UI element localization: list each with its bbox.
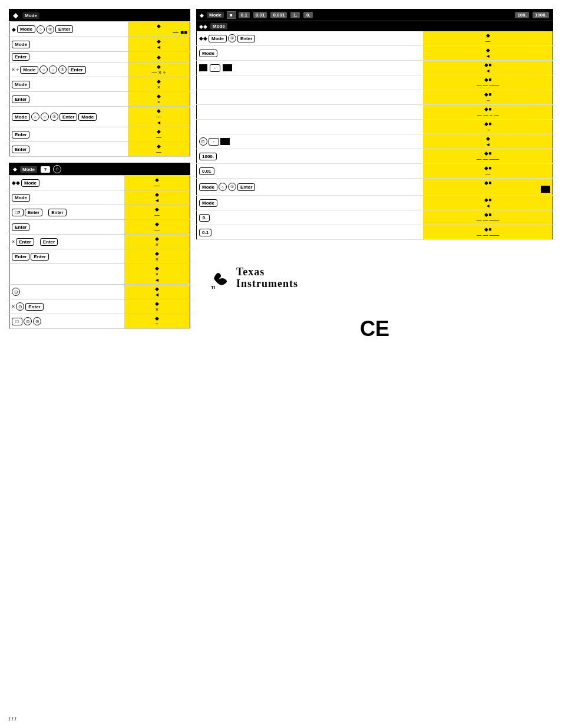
block-tab[interactable]: ■: [227, 11, 236, 19]
enter-btn[interactable]: Enter: [55, 25, 73, 33]
enter-btn[interactable]: Enter: [237, 183, 255, 191]
circle-btn[interactable]: ⊙: [16, 302, 24, 311]
result-cell: ◆■ ◄: [423, 61, 553, 75]
page: ◆ Mode ◆ Mode ○: [0, 0, 562, 728]
mode-btn[interactable]: Mode: [19, 166, 38, 173]
keys-sequence: ◆ Mode ○ ① Enter: [12, 25, 125, 34]
left-top-table: ◆ Mode ◆ Mode ○: [9, 9, 190, 157]
mode-btn[interactable]: Mode: [210, 22, 228, 30]
tab-001[interactable]: 0.01: [253, 11, 268, 19]
tab-1000[interactable]: 1000.: [532, 11, 550, 19]
enter-btn[interactable]: Enter: [12, 53, 29, 61]
right-header: ◆ Mode ■ 0.1 0.01 0.001 1. 0. 100. 1000: [196, 9, 553, 21]
enter-btn2[interactable]: Enter: [31, 253, 48, 261]
square-btn[interactable]: □: [12, 318, 22, 325]
circle-btn[interactable]: ○: [219, 183, 227, 191]
circle-btn2[interactable]: ⊙: [33, 317, 41, 325]
one-btn[interactable]: ①: [46, 25, 54, 34]
one-btn[interactable]: ①: [58, 65, 67, 74]
enter-btn[interactable]: Enter: [68, 66, 85, 74]
result-cell: ◆ — ◄: [128, 107, 190, 127]
enter-btn[interactable]: Enter: [59, 113, 77, 121]
question-btn[interactable]: ?: [40, 166, 51, 173]
result-cell: ◆ — × ÷: [128, 62, 190, 77]
dot-btn[interactable]: ·: [210, 64, 220, 72]
circle-btn2[interactable]: ○: [49, 65, 57, 74]
mode-btn[interactable]: Mode: [199, 199, 217, 207]
table-row: ⊙ · ■ ◆ ◄: [196, 134, 553, 149]
texas-text: Texas: [236, 266, 298, 278]
result-cell: ◆ ◄: [128, 37, 190, 52]
mode-btn[interactable]: Mode: [12, 194, 30, 202]
back-btn[interactable]: ⊙: [199, 137, 207, 146]
mode-btn[interactable]: Mode: [199, 183, 217, 191]
mode-btn[interactable]: Mode: [17, 25, 35, 33]
table-row: 0.01 ◆■ —: [196, 164, 553, 179]
dot-btn[interactable]: ·: [209, 138, 219, 146]
enter-btn[interactable]: Enter: [12, 146, 29, 153]
back-btn[interactable]: ⊙: [12, 288, 20, 296]
mode-btn[interactable]: Mode: [206, 11, 224, 19]
tab-1dot[interactable]: 1.: [290, 11, 300, 19]
mode-btn[interactable]: Mode: [12, 81, 30, 88]
right-sub-header: ◆◆ Mode: [196, 21, 553, 32]
enter-btn[interactable]: Enter: [12, 253, 29, 261]
enter-btn[interactable]: Enter: [237, 35, 255, 42]
tab-0dot-btn[interactable]: 0.: [199, 214, 210, 222]
enter-btn[interactable]: Enter: [12, 95, 29, 103]
tab-01[interactable]: 0.1: [238, 11, 250, 19]
result-cell: ◆ —: [124, 205, 190, 220]
tab-0001[interactable]: 0.001: [270, 11, 287, 19]
result-cell: ◆■ —: [423, 164, 553, 179]
circle-btn[interactable]: ○: [37, 25, 45, 34]
result-cell: ◆ ◄: [423, 46, 553, 61]
one-btn[interactable]: ①: [50, 113, 58, 121]
circle-btn[interactable]: ○: [39, 65, 48, 74]
enter-btn2[interactable]: Enter: [40, 238, 58, 246]
enter-btn[interactable]: Enter: [16, 238, 34, 246]
keys-sequence: □ ⊙ ⊙: [12, 317, 122, 325]
mode-btn[interactable]: Mode: [20, 66, 38, 74]
mode-btn[interactable]: Mode: [209, 35, 227, 42]
one-btn[interactable]: ①: [228, 34, 236, 42]
result-cell: ◆ ÷: [124, 314, 190, 329]
keys-sequence: ◆◆ Mode ① Enter: [199, 34, 421, 42]
circle-btn2[interactable]: ○: [41, 113, 49, 121]
enter-btn[interactable]: Enter: [25, 209, 42, 216]
left-column: ◆ Mode ◆ Mode ○: [9, 9, 190, 353]
tab-01-btn[interactable]: 0.1: [199, 229, 211, 236]
enter-btn[interactable]: Enter: [12, 131, 29, 139]
enter-btn[interactable]: Enter: [25, 303, 43, 311]
block-btn[interactable]: ■: [223, 64, 232, 71]
left-bottom-header: ◆ Mode ? ⊙: [9, 163, 190, 176]
tab-100[interactable]: 100.: [514, 11, 530, 19]
result-cell: ◆■ — — ——: [423, 149, 553, 164]
mode-btn[interactable]: Mode: [199, 50, 217, 57]
one-btn[interactable]: ①: [228, 183, 236, 191]
keys-sequence: Enter Enter: [12, 253, 122, 261]
mode-btn[interactable]: Mode: [12, 113, 30, 121]
table-row: ◆◆ Mode ◆ —: [9, 176, 190, 190]
table-row: Enter ◆ ×: [9, 92, 190, 107]
result-cell: ◆■ — — – —: [423, 105, 553, 120]
square-btn[interactable]: □?: [12, 209, 24, 216]
tab-0dot[interactable]: 0.: [303, 11, 313, 19]
circle-btn[interactable]: ○: [31, 113, 39, 121]
mode-btn[interactable]: Mode: [12, 41, 30, 48]
table-row: Mode ○ ① Enter ◆■: [196, 179, 553, 196]
result-cell: ◆■ →: [423, 90, 553, 105]
diamond-icon: ◆: [200, 12, 204, 18]
tab-1000-btn[interactable]: 1000.: [199, 153, 217, 160]
mode-btn[interactable]: Mode: [21, 179, 39, 187]
mode-key[interactable]: Mode: [22, 12, 40, 19]
circle-btn[interactable]: ⊙: [24, 317, 32, 325]
block-btn[interactable]: ■: [220, 138, 230, 145]
keys-sequence: Mode ○ ① Enter: [199, 183, 421, 191]
table-row: Mode ◆ ◄: [9, 37, 190, 52]
table-row: Mode ◆ ◄: [196, 46, 553, 61]
mode-btn2[interactable]: Mode: [78, 113, 97, 121]
tab-001-btn[interactable]: 0.01: [199, 167, 214, 175]
left-top-header: ◆ Mode: [9, 9, 190, 22]
enter-btn[interactable]: Enter: [12, 223, 29, 231]
enter-btn2[interactable]: Enter: [48, 209, 66, 216]
